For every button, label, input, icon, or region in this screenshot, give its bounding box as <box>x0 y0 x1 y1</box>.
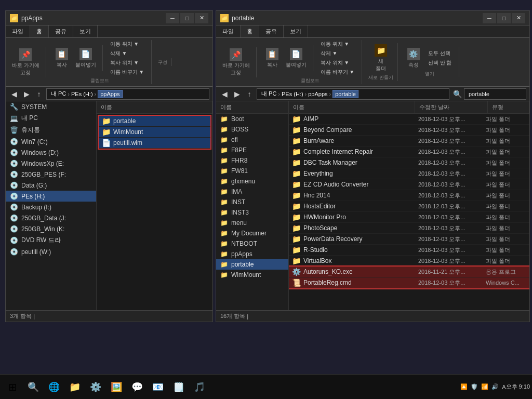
tray-arrow-icon[interactable]: 🔼 <box>460 383 468 390</box>
left-file-portable[interactable]: 📁 portable <box>99 116 210 127</box>
left-maximize-button[interactable]: □ <box>180 13 194 23</box>
right-file-HostsEditor[interactable]: 📁 HostsEditor 2018-12-03 오후... 파일 폴더 <box>289 201 529 212</box>
sidebar-mypc[interactable]: 💻 내 PC <box>6 112 96 124</box>
left-paste-button[interactable]: 📄 붙여넣기 <box>73 47 98 70</box>
left-file-peutill[interactable]: 📄 peutill.wim <box>99 138 210 149</box>
right-col-date[interactable]: 수정한 날짜 <box>415 101 488 113</box>
taskbar-notepad[interactable]: 🗒️ <box>168 377 189 397</box>
right-paste-button[interactable]: 📄 붙여넣기 <box>284 47 309 70</box>
right-file-BurnAware[interactable]: 📁 BurnAware 2018-12-03 오후... 파일 폴더 <box>289 136 529 147</box>
left-col-name[interactable]: 이름 <box>97 101 212 113</box>
right-pin-button[interactable]: 📌 바로 가기에고정 <box>220 47 252 77</box>
right-copy-button[interactable]: 📋 복사 <box>263 47 282 70</box>
taskbar-clock[interactable]: 오후 9:10 <box>506 383 530 391</box>
right-tree-col-name[interactable]: 이름 <box>216 101 288 113</box>
right-up-button[interactable]: ↑ <box>244 90 255 98</box>
left-rename-button[interactable]: 이름 바꾸기 ▼ <box>107 68 147 76</box>
right-col-name[interactable]: 이름 <box>289 101 415 113</box>
left-move-button[interactable]: 이동 위치 ▼ <box>107 40 147 48</box>
left-up-button[interactable]: ↑ <box>34 90 44 98</box>
left-forward-button[interactable]: ▶ <box>21 90 32 98</box>
right-search-input[interactable] <box>464 88 526 100</box>
right-file-VirtualBox[interactable]: 📁 VirtualBox 2018-12-03 오후... 파일 폴더 <box>289 256 529 267</box>
right-select-none-button[interactable]: 선택 안 함 <box>425 59 455 67</box>
sidebar-drive-j[interactable]: 💿 250GB_Data (J: <box>6 212 96 223</box>
right-folder-FHR8[interactable]: 📁 FHR8 <box>216 155 288 166</box>
right-forward-button[interactable]: ▶ <box>232 90 242 98</box>
left-pin-button[interactable]: 📌 바로 가기에고정 <box>10 47 42 77</box>
right-address-path[interactable]: 내 PC › PEs (H:) › ppApps › portable <box>257 88 449 100</box>
right-file-AIMP[interactable]: 📁 AIMP 2018-12-03 오후... 파일 폴더 <box>289 114 529 125</box>
right-folder-F8PE[interactable]: 📁 F8PE <box>216 145 288 155</box>
right-folder-portable[interactable]: 📁 portable <box>216 259 288 270</box>
right-file-Hnc2014[interactable]: 📁 Hnc 2014 2018-12-03 오후... 파일 폴더 <box>289 190 529 201</box>
right-folder-ppApps[interactable]: 📁 ppApps <box>216 249 288 259</box>
right-search-toggle[interactable]: 🔍 <box>451 90 462 98</box>
right-tab-home[interactable]: 홈 <box>241 25 259 37</box>
left-back-button[interactable]: ◀ <box>9 90 19 98</box>
sidebar-drive-d[interactable]: 💿 Windows (D:) <box>6 147 96 158</box>
start-button[interactable]: ⊞ <box>2 377 23 397</box>
right-back-button[interactable]: ◀ <box>219 90 230 98</box>
right-rename-button[interactable]: 이름 바꾸기 ▼ <box>317 68 357 76</box>
right-file-PortableReg[interactable]: 📜 PortableReg.cmd 2018-12-03 오후... Windo… <box>289 277 529 288</box>
right-folder-gfxmenu[interactable]: 📁 gfxmenu <box>216 176 288 187</box>
left-minimize-button[interactable]: ─ <box>166 13 179 23</box>
right-folder-INST[interactable]: 📁 INST <box>216 197 288 207</box>
right-folder-Boot[interactable]: 📁 Boot <box>216 114 288 124</box>
taskbar-cortana[interactable]: 🌐 <box>44 377 64 397</box>
sidebar-system[interactable]: 🔧 SYSTEM <box>6 101 96 112</box>
left-copy-button[interactable]: 📋 복사 <box>52 47 71 70</box>
right-folder-menu[interactable]: 📁 menu <box>216 218 288 228</box>
taskbar-search[interactable]: 🔍 <box>23 377 44 397</box>
left-file-wimmount[interactable]: 📁 WimMount <box>99 127 210 138</box>
right-folder-IMA[interactable]: 📁 IMA <box>216 187 288 197</box>
left-tab-home[interactable]: 홈 <box>30 25 49 37</box>
sidebar-drive-c[interactable]: 💿 Win7 (C:) <box>6 136 96 147</box>
right-minimize-button[interactable]: ─ <box>483 13 496 23</box>
right-copy-to-button[interactable]: 복사 위치 ▼ <box>317 59 357 67</box>
left-delete-button[interactable]: 삭제 ▼ <box>107 49 147 58</box>
left-copy-to-button[interactable]: 복사 위치 ▼ <box>107 59 147 67</box>
taskbar-mail[interactable]: 📧 <box>148 377 168 397</box>
right-tab-share[interactable]: 공유 <box>259 25 284 37</box>
right-file-PowerDataRecovery[interactable]: 📁 PowerData Recovery 2018-12-03 오후... 파일… <box>289 234 529 245</box>
left-tab-file[interactable]: 파일 <box>6 25 30 37</box>
taskbar-file-explorer[interactable]: 📁 <box>64 377 85 397</box>
tray-volume-icon[interactable]: 🔊 <box>491 383 499 390</box>
taskbar-media[interactable]: 🎵 <box>189 377 210 397</box>
right-file-RStudio[interactable]: 📁 R-Studio 2018-12-03 오후... 파일 폴더 <box>289 245 529 256</box>
sidebar-drive-k[interactable]: 💿 250GB_Win (K: <box>6 223 96 234</box>
tray-shield-icon[interactable]: 🛡️ <box>471 383 478 390</box>
right-file-Everything[interactable]: 📁 Everything 2018-12-03 오후... 파일 폴더 <box>289 168 529 179</box>
right-tab-file[interactable]: 파일 <box>216 25 241 37</box>
right-file-CompleteInternetRepair[interactable]: 📁 Complete Internet Repair 2018-12-03 오후… <box>289 147 529 157</box>
right-file-HWMonitorPro[interactable]: 📁 HWMonitor Pro 2018-12-03 오후... 파일 폴더 <box>289 212 529 223</box>
right-col-type[interactable]: 유형 <box>488 101 529 113</box>
sidebar-drive-i[interactable]: 💿 Backup (I:) <box>6 202 96 212</box>
right-maximize-button[interactable]: □ <box>497 13 511 23</box>
right-file-AutorunsKO[interactable]: ⚙️ Autoruns_KO.exe 2016-11-21 오후... 응용 프… <box>289 267 529 277</box>
right-file-EZCDAudio[interactable]: 📁 EZ CD Audio Converter 2018-12-03 오후...… <box>289 179 529 190</box>
right-file-DBCTaskManager[interactable]: 📁 DBC Task Manager 2018-12-03 오후... 파일 폴… <box>289 157 529 168</box>
right-folder-INST3[interactable]: 📁 INST3 <box>216 207 288 218</box>
sidebar-drive-e[interactable]: 💿 WindowsXp (E: <box>6 158 96 169</box>
left-close-button[interactable]: ✕ <box>195 13 208 23</box>
right-close-button[interactable]: ✕ <box>512 13 525 23</box>
right-new-folder-button[interactable]: 📁 새폴더 <box>371 43 390 73</box>
tray-network-icon[interactable]: 📶 <box>481 383 488 390</box>
sidebar-drive-f[interactable]: 💿 250GB_PES (F: <box>6 169 96 180</box>
taskbar-chat[interactable]: 💬 <box>127 377 148 397</box>
right-folder-NTBOOT[interactable]: 📁 NTBOOT <box>216 238 288 249</box>
right-file-BeyondCompare[interactable]: 📁 Beyond Compare 2018-12-03 오후... 파일 폴더 <box>289 125 529 136</box>
sidebar-drive-g[interactable]: 💿 Data (G:) <box>6 180 96 191</box>
right-folder-FW81[interactable]: 📁 FW81 <box>216 166 288 176</box>
right-folder-MyDocumer[interactable]: 📁 My Documer <box>216 228 288 238</box>
taskbar-gallery[interactable]: 🖼️ <box>106 377 127 397</box>
left-tab-view[interactable]: 보기 <box>73 25 98 37</box>
sidebar-drive-h[interactable]: 💿 PEs (H:) <box>6 191 96 202</box>
sidebar-dvd[interactable]: 💿 DVD RW 드라 <box>6 234 96 246</box>
sidebar-drive-w[interactable]: 💿 peutill (W:) <box>6 246 96 257</box>
right-move-button[interactable]: 이동 위치 ▼ <box>317 40 357 48</box>
right-folder-WimMount[interactable]: 📁 WimMount <box>216 270 288 280</box>
